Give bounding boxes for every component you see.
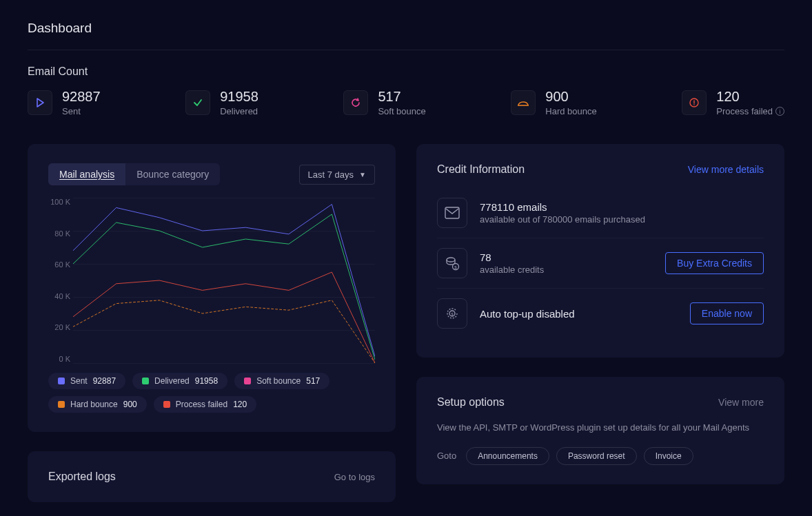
play-icon — [28, 90, 52, 115]
y-tick: 40 K — [48, 292, 70, 300]
credit-emails-sub: available out of 780000 emails purchased — [480, 214, 764, 225]
legend-value: 120 — [233, 400, 247, 409]
stat-sent-label: Sent — [62, 106, 101, 116]
legend-swatch — [244, 378, 251, 384]
line-chart — [73, 198, 375, 363]
credit-emails-row: 778110 emails available out of 780000 em… — [437, 188, 764, 238]
legend-swatch — [58, 378, 65, 384]
stat-hard-label: Hard bounce — [545, 106, 596, 116]
stat-soft-value: 517 — [378, 89, 425, 105]
credit-credits-main: 78 — [480, 251, 653, 263]
stat-hard-value: 900 — [545, 89, 596, 105]
legend-value: 92887 — [93, 376, 116, 386]
series-process-failed — [73, 272, 375, 363]
view-more-details-link[interactable]: View more details — [688, 164, 764, 175]
credit-credits-sub: available credits — [480, 265, 653, 275]
bounce-icon — [511, 90, 536, 115]
legend-value: 517 — [306, 376, 320, 386]
stat-failed-value: 120 — [716, 89, 784, 105]
chart-tabs: Mail analysis Bounce category — [48, 163, 220, 185]
enable-now-button[interactable]: Enable now — [690, 302, 764, 324]
alert-icon — [682, 90, 707, 115]
legend-label: Process failed — [176, 400, 227, 409]
chip-invoice[interactable]: Invoice — [644, 447, 693, 465]
stats-row: 92887 Sent 91958 Delivered 517 Soft boun… — [28, 89, 784, 116]
page-title: Dashboard — [28, 21, 784, 36]
legend-swatch — [142, 378, 149, 384]
legend-item-soft-bounce[interactable]: Soft bounce517 — [234, 373, 329, 389]
legend-label: Sent — [70, 376, 88, 386]
grid-line — [73, 363, 375, 364]
legend-swatch — [163, 401, 170, 408]
topup-icon: $ — [437, 298, 467, 329]
chart-area: 100 K80 K60 K40 K20 K0 K — [73, 198, 375, 363]
info-icon[interactable]: i — [775, 107, 784, 116]
svg-point-3 — [694, 104, 696, 105]
legend-item-hard-bounce[interactable]: Hard bounce900 — [48, 396, 147, 413]
svg-point-5 — [447, 258, 455, 262]
stat-delivered-label: Delivered — [220, 106, 258, 116]
credit-credits-row: $ 78 available credits Buy Extra Credits — [437, 238, 764, 288]
chevron-down-icon: ▼ — [359, 171, 366, 178]
svg-text:$: $ — [451, 312, 453, 316]
legend-value: 900 — [123, 400, 137, 409]
mail-icon — [437, 198, 467, 228]
stat-sent: 92887 Sent — [28, 89, 101, 116]
tab-mail-analysis[interactable]: Mail analysis — [48, 163, 125, 185]
stat-sent-value: 92887 — [62, 89, 101, 105]
stat-failed-label: Process failed — [716, 106, 773, 116]
exported-logs-card: Exported logs Go to logs — [28, 451, 396, 502]
legend-item-sent[interactable]: Sent92887 — [48, 373, 125, 389]
series-sent — [73, 205, 375, 357]
chip-announcements[interactable]: Announcements — [466, 447, 549, 465]
refresh-icon — [343, 90, 368, 115]
stat-soft-bounce: 517 Soft bounce — [343, 89, 425, 116]
svg-rect-4 — [445, 207, 459, 218]
go-to-logs-link[interactable]: Go to logs — [334, 472, 375, 482]
legend-value: 91958 — [195, 376, 218, 386]
setup-description: View the API, SMTP or WordPress plugin s… — [437, 421, 764, 435]
y-tick: 80 K — [48, 229, 70, 238]
legend-swatch — [58, 401, 65, 408]
setup-options-title: Setup options — [437, 396, 505, 409]
y-tick: 100 K — [48, 198, 70, 206]
svg-text:$: $ — [454, 265, 457, 269]
y-tick: 0 K — [48, 355, 70, 363]
y-tick: 20 K — [48, 323, 70, 331]
stat-delivered-value: 91958 — [220, 89, 258, 105]
legend-label: Soft bounce — [256, 376, 301, 386]
setup-options-card: Setup options View more View the API, SM… — [416, 377, 784, 484]
stat-failed: 120 Process failed i — [682, 89, 784, 116]
tab-bounce-category[interactable]: Bounce category — [125, 163, 220, 185]
series-hard-bounce — [73, 300, 375, 363]
chart-legend: Sent92887Delivered91958Soft bounce517Har… — [48, 373, 375, 413]
divider — [28, 50, 784, 50]
email-count-label: Email Count — [28, 65, 784, 78]
legend-label: Delivered — [154, 376, 190, 386]
stat-hard-bounce: 900 Hard bounce — [511, 89, 596, 116]
goto-row: Goto AnnouncementsPassword resetInvoice — [437, 447, 764, 465]
y-tick: 60 K — [48, 260, 70, 269]
credit-topup-main: Auto top-up disabled — [480, 308, 678, 320]
exported-logs-title: Exported logs — [48, 471, 116, 483]
stat-soft-label: Soft bounce — [378, 106, 425, 116]
legend-label: Hard bounce — [70, 400, 118, 409]
coins-icon: $ — [437, 248, 467, 278]
chip-password-reset[interactable]: Password reset — [556, 447, 637, 465]
credit-info-card: Credit Information View more details 778… — [416, 144, 784, 358]
credit-emails-main: 778110 emails — [480, 201, 764, 213]
credit-info-title: Credit Information — [437, 163, 525, 176]
mail-analysis-card: Mail analysis Bounce category Last 7 day… — [28, 144, 396, 432]
date-range-dropdown[interactable]: Last 7 days ▼ — [299, 165, 375, 185]
setup-view-more-link[interactable]: View more — [718, 397, 764, 408]
y-axis: 100 K80 K60 K40 K20 K0 K — [48, 198, 70, 363]
legend-item-process-failed[interactable]: Process failed120 — [154, 396, 256, 413]
check-icon — [185, 90, 210, 115]
stat-delivered: 91958 Delivered — [185, 89, 258, 116]
goto-label: Goto — [437, 451, 456, 461]
dropdown-label: Last 7 days — [308, 169, 354, 180]
credit-topup-row: $ Auto top-up disabled Enable now — [437, 288, 764, 338]
buy-credits-button[interactable]: Buy Extra Credits — [665, 252, 764, 274]
legend-item-delivered[interactable]: Delivered91958 — [132, 373, 227, 389]
